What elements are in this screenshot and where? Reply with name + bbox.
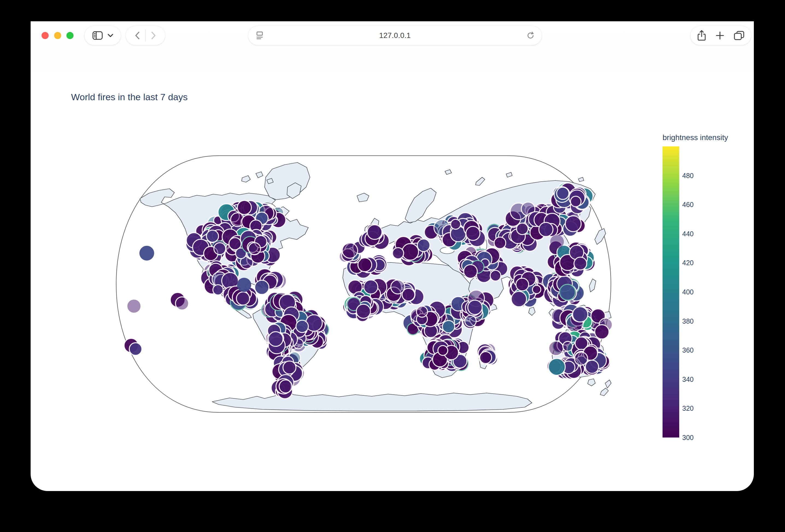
fire-point (571, 196, 581, 207)
nav-button-group (126, 26, 165, 45)
forward-icon[interactable] (151, 32, 156, 39)
fire-point (573, 307, 588, 322)
fire-point (213, 285, 223, 295)
chart-title: World fires in the last 7 days (71, 92, 187, 102)
fire-point (490, 270, 501, 281)
fire-point (532, 285, 541, 294)
island-new-zealand-south (600, 388, 608, 396)
fire-point (140, 246, 154, 261)
fire-point (249, 242, 260, 255)
fire-point (494, 237, 506, 249)
fire-point (127, 300, 141, 313)
fire-point (480, 352, 492, 364)
new-tab-icon[interactable] (715, 31, 724, 40)
fire-point (565, 216, 581, 232)
fire-point (550, 235, 564, 248)
colorbar-tick-label: 380 (682, 317, 694, 325)
colorbar-tick-label: 360 (682, 346, 694, 354)
fire-point (539, 222, 553, 237)
fire-point (438, 345, 448, 355)
window-actions-group (690, 26, 751, 45)
fire-point (557, 187, 569, 200)
share-icon[interactable] (697, 30, 706, 41)
sidebar-button-group (84, 26, 121, 45)
fire-point (468, 300, 482, 315)
fire-point (466, 227, 480, 240)
fire-point (296, 320, 308, 332)
colorbar-tick-label: 480 (682, 172, 694, 180)
maximize-button[interactable] (67, 32, 74, 39)
fire-point (516, 278, 529, 291)
colorbar-ticks: 480460440420400380360340320300 (682, 147, 715, 437)
fire-point (516, 223, 528, 235)
reader-view-icon[interactable] (256, 31, 263, 40)
fire-point (237, 201, 251, 214)
fire-point (595, 325, 609, 339)
browser-toolbar: 127.0.0.1 (31, 21, 754, 72)
fire-point (283, 361, 296, 374)
fire-point (549, 341, 563, 355)
fire-point (451, 219, 460, 229)
colorbar-tick-label: 400 (682, 288, 694, 296)
colorbar-tick-label: 440 (682, 230, 694, 238)
reload-icon[interactable] (527, 31, 535, 40)
colorbar-tick-label: 340 (682, 375, 694, 383)
fire-point (237, 278, 251, 292)
fire-point (511, 291, 527, 307)
fire-point (563, 341, 573, 351)
world-map (115, 154, 612, 414)
fire-point (391, 280, 405, 294)
sidebar-icon[interactable] (93, 31, 103, 40)
colorbar-tick-label: 460 (682, 201, 694, 208)
fire-point (417, 239, 430, 251)
browser-window: 127.0.0.1 (31, 21, 754, 491)
minimize-button[interactable] (54, 32, 61, 39)
island-wrangel (578, 177, 584, 182)
fire-point (574, 257, 587, 270)
colorbar-gradient (662, 147, 679, 437)
fire-point (402, 244, 419, 260)
url-text[interactable]: 127.0.0.1 (379, 31, 410, 40)
fire-point (255, 280, 269, 294)
fire-point (342, 243, 357, 258)
fire-point (206, 230, 219, 242)
fire-point (559, 284, 575, 300)
colorbar-tick-label: 420 (682, 259, 694, 267)
fire-point (575, 352, 588, 365)
island-tasmania (588, 379, 595, 386)
scatter-geo-plot (115, 154, 612, 414)
fire-point (214, 243, 226, 255)
fire-point (368, 225, 382, 240)
colorbar-tick-label: 320 (682, 404, 694, 412)
colorbar-tick-label: 300 (682, 434, 694, 441)
colorbar-title: brightness intensity (662, 133, 728, 142)
fire-point (236, 292, 250, 305)
fire-point (463, 265, 477, 278)
fire-point (269, 332, 283, 347)
fire-point (392, 248, 404, 259)
address-bar[interactable]: 127.0.0.1 (248, 26, 542, 45)
fire-point (364, 280, 378, 294)
close-button[interactable] (42, 32, 49, 39)
fire-point (548, 358, 565, 375)
chevron-down-icon[interactable] (108, 34, 113, 37)
fire-point (356, 304, 371, 318)
fire-point (129, 343, 142, 355)
back-icon[interactable] (135, 32, 140, 39)
island-new-zealand-north (605, 380, 611, 388)
fire-point (465, 315, 476, 327)
fire-point (416, 306, 428, 317)
tab-overview-icon[interactable] (734, 31, 744, 41)
screen: 127.0.0.1 (0, 0, 785, 532)
fire-point (585, 360, 599, 373)
fire-point (176, 297, 188, 310)
nav-divider (145, 29, 146, 42)
fire-point (279, 380, 292, 393)
fire-point (442, 320, 455, 332)
